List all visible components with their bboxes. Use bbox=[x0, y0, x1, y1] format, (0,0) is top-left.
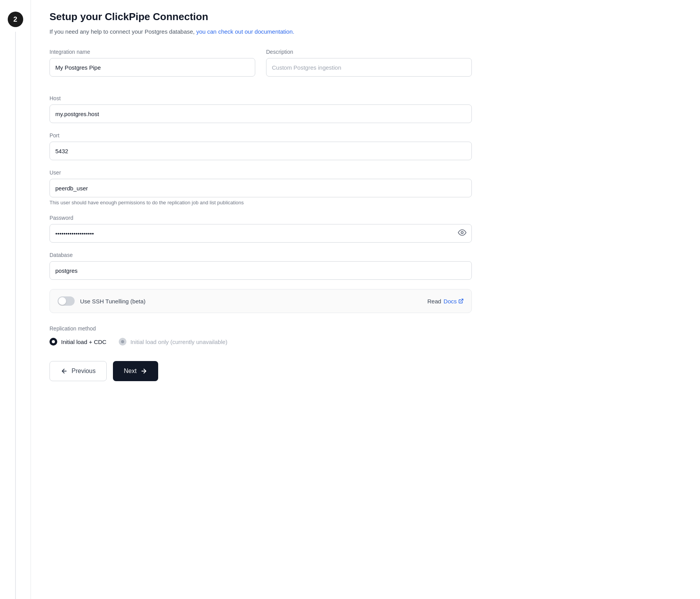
main-content: Setup your ClickPipe Connection If you n… bbox=[31, 0, 495, 599]
name-description-row: Integration name Description bbox=[50, 49, 472, 86]
database-input[interactable] bbox=[50, 261, 472, 280]
password-label: Password bbox=[50, 215, 472, 221]
ssh-left: Use SSH Tunelling (beta) bbox=[58, 296, 145, 306]
vertical-line bbox=[15, 32, 16, 599]
database-group: Database bbox=[50, 252, 472, 280]
toggle-knob bbox=[58, 297, 66, 305]
integration-name-label: Integration name bbox=[50, 49, 255, 55]
integration-name-group: Integration name bbox=[50, 49, 255, 77]
ssh-right: Read Docs bbox=[427, 298, 464, 305]
docs-external-link[interactable]: Docs bbox=[444, 298, 464, 305]
description-label: Description bbox=[266, 49, 472, 55]
host-label: Host bbox=[50, 95, 472, 101]
user-input[interactable] bbox=[50, 179, 472, 197]
password-input[interactable] bbox=[50, 224, 472, 243]
password-wrapper bbox=[50, 224, 472, 243]
user-label: User bbox=[50, 169, 472, 176]
host-group: Host bbox=[50, 95, 472, 123]
user-group: User This user should have enough permis… bbox=[50, 169, 472, 205]
description-input[interactable] bbox=[266, 58, 472, 77]
ssh-toggle[interactable] bbox=[58, 296, 75, 306]
port-group: Port bbox=[50, 132, 472, 160]
radio-option-cdc[interactable]: Initial load + CDC bbox=[50, 338, 106, 346]
ssh-section: Use SSH Tunelling (beta) Read Docs bbox=[50, 289, 472, 313]
user-helper-text: This user should have enough permissions… bbox=[50, 200, 472, 205]
radio-label-cdc: Initial load + CDC bbox=[61, 339, 106, 345]
docs-link[interactable]: you can check out our documentation. bbox=[196, 28, 294, 35]
subtitle: If you need any help to connect your Pos… bbox=[50, 28, 472, 35]
left-rail: 2 bbox=[0, 0, 31, 599]
replication-section: Replication method Initial load + CDC In… bbox=[50, 325, 472, 346]
replication-section-label: Replication method bbox=[50, 325, 472, 332]
button-row: Previous Next bbox=[50, 361, 472, 381]
description-group: Description bbox=[266, 49, 472, 77]
radio-circle-initial bbox=[119, 338, 126, 346]
ssh-label: Use SSH Tunelling (beta) bbox=[80, 298, 145, 305]
svg-line-1 bbox=[461, 299, 463, 301]
port-input[interactable] bbox=[50, 142, 472, 160]
password-group: Password bbox=[50, 215, 472, 243]
read-label: Read bbox=[427, 298, 441, 305]
host-input[interactable] bbox=[50, 104, 472, 123]
previous-button[interactable]: Previous bbox=[50, 361, 107, 381]
next-label: Next bbox=[124, 368, 137, 375]
radio-group: Initial load + CDC Initial load only (cu… bbox=[50, 338, 472, 346]
database-label: Database bbox=[50, 252, 472, 258]
radio-circle-cdc bbox=[50, 338, 57, 346]
integration-name-input[interactable] bbox=[50, 58, 255, 77]
svg-point-0 bbox=[461, 231, 463, 234]
radio-option-initial: Initial load only (currently unavailable… bbox=[119, 338, 227, 346]
step-badge: 2 bbox=[8, 12, 23, 27]
next-button[interactable]: Next bbox=[113, 361, 158, 381]
toggle-password-icon[interactable] bbox=[458, 228, 466, 238]
port-label: Port bbox=[50, 132, 472, 139]
page-title: Setup your ClickPipe Connection bbox=[50, 11, 472, 23]
radio-label-initial: Initial load only (currently unavailable… bbox=[130, 339, 227, 345]
previous-label: Previous bbox=[72, 368, 96, 375]
